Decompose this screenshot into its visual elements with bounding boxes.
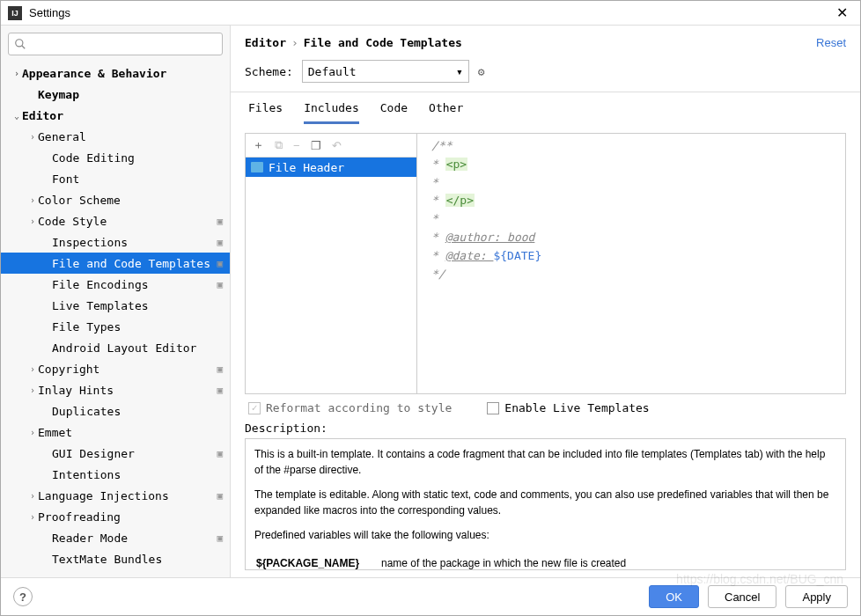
chevron-down-icon[interactable]: ⌄ [11, 111, 22, 121]
chevron-right-icon[interactable]: › [27, 385, 38, 395]
tree-item-code-style[interactable]: ›Code Style▣ [1, 210, 230, 231]
tree-item-reader-mode[interactable]: Reader Mode▣ [1, 527, 230, 548]
chevron-right-icon[interactable]: › [27, 216, 38, 226]
description-label: Description: [245, 422, 846, 435]
reset-link[interactable]: Reset [816, 36, 846, 49]
chevron-right-icon[interactable]: › [27, 132, 38, 142]
checkbox-box[interactable] [487, 402, 499, 414]
cancel-button[interactable]: Cancel [708, 585, 776, 608]
chevron-down-icon: ▾ [456, 65, 463, 78]
project-config-icon: ▣ [217, 237, 223, 248]
tree-label: GUI Designer [52, 447, 213, 460]
undo-icon[interactable]: ↶ [332, 139, 342, 152]
tree-label: Appearance & Behavior [22, 67, 223, 80]
tree-item-general[interactable]: ›General [1, 126, 230, 147]
tab-files[interactable]: Files [248, 101, 283, 124]
remove-icon[interactable]: − [293, 139, 300, 152]
tree-item-file-encodings[interactable]: File Encodings▣ [1, 274, 230, 295]
add-icon[interactable]: ＋ [253, 137, 264, 153]
tree-item-inlay-hints[interactable]: ›Inlay Hints▣ [1, 379, 230, 400]
var-name: ${PACKAGE_NAME} [256, 554, 379, 570]
tree-label: File Encodings [52, 278, 213, 291]
tree-label: Proofreading [38, 510, 223, 524]
tree-label: Reader Mode [52, 532, 213, 545]
tree-label: TextMate Bundles [52, 553, 223, 566]
project-config-icon: ▣ [217, 490, 223, 502]
tree-item-editor[interactable]: ⌄Editor [1, 105, 230, 126]
code-editor[interactable]: /** * <p> * * </p> * * @author: bood * @… [424, 134, 845, 393]
tree-label: Inspections [52, 236, 213, 249]
tree-label: Duplicates [52, 405, 223, 418]
template-list-panel: ＋ ⧉ − ❐ ↶ File Header [246, 134, 417, 393]
tree-item-font[interactable]: Font [1, 168, 230, 189]
tree-item-keymap[interactable]: Keymap [1, 84, 230, 105]
tree-item-textmate-bundles[interactable]: TextMate Bundles [1, 548, 230, 569]
description-p3: Predefined variables will take the follo… [254, 529, 489, 541]
settings-tree[interactable]: ›Appearance & BehaviorKeymap⌄Editor›Gene… [1, 62, 230, 577]
chevron-right-icon[interactable]: › [27, 491, 38, 501]
tree-label: Code Editing [52, 151, 223, 165]
chevron-right-icon: › [291, 36, 298, 49]
copy-icon[interactable]: ❐ [311, 139, 321, 152]
tree-item-gui-designer[interactable]: GUI Designer▣ [1, 443, 230, 464]
tree-item-appearance-behavior[interactable]: ›Appearance & Behavior [1, 62, 230, 84]
tree-item-inspections[interactable]: Inspections▣ [1, 231, 230, 253]
tab-other[interactable]: Other [429, 101, 463, 124]
tree-label: Font [52, 172, 223, 186]
tree-item-android-layout-editor[interactable]: Android Layout Editor [1, 337, 230, 358]
reformat-checkbox: ✓ Reformat according to style [248, 401, 452, 414]
tree-label: Editor [22, 109, 223, 122]
variables-table: ${PACKAGE_NAME}name of the package in wh… [254, 552, 836, 570]
template-toolbar: ＋ ⧉ − ❐ ↶ [246, 134, 416, 158]
tree-item-duplicates[interactable]: Duplicates [1, 400, 230, 422]
project-config-icon: ▣ [217, 532, 223, 544]
tree-label: Color Scheme [38, 194, 223, 207]
copy-template-icon[interactable]: ⧉ [275, 138, 283, 152]
project-config-icon: ▣ [217, 448, 223, 459]
close-icon[interactable]: ✕ [831, 4, 853, 21]
tree-item-code-editing[interactable]: Code Editing [1, 147, 230, 168]
chevron-right-icon[interactable]: › [27, 428, 38, 437]
tree-item-language-injections[interactable]: ›Language Injections▣ [1, 485, 230, 506]
tree-item-intentions[interactable]: Intentions [1, 464, 230, 485]
help-icon[interactable]: ? [13, 587, 33, 606]
tree-item-file-and-code-templates[interactable]: File and Code Templates▣ [1, 253, 230, 274]
content-panel: Editor › File and Code Templates Reset S… [231, 26, 860, 577]
project-config-icon: ▣ [217, 363, 223, 375]
tree-label: Keymap [38, 88, 223, 101]
breadcrumb-parent[interactable]: Editor [245, 36, 286, 49]
tree-item-file-types[interactable]: File Types [1, 316, 230, 337]
enable-live-templates-checkbox[interactable]: Enable Live Templates [487, 401, 649, 414]
titlebar: IJ Settings ✕ [1, 1, 860, 26]
chevron-right-icon[interactable]: › [11, 69, 22, 78]
gear-icon[interactable]: ⚙ [478, 65, 485, 78]
template-name: File Header [269, 161, 344, 174]
checkbox-box: ✓ [248, 402, 261, 414]
chevron-right-icon[interactable]: › [27, 195, 38, 205]
tree-item-copyright[interactable]: ›Copyright▣ [1, 358, 230, 379]
project-config-icon: ▣ [217, 258, 223, 269]
tree-label: Language Injections [38, 489, 213, 502]
sidebar: ›Appearance & BehaviorKeymap⌄Editor›Gene… [1, 26, 231, 577]
search-input[interactable] [8, 33, 223, 55]
scheme-value: Default [308, 65, 357, 78]
tree-item-live-templates[interactable]: Live Templates [1, 295, 230, 316]
tree-label: Intentions [52, 468, 223, 481]
tree-item-proofreading[interactable]: ›Proofreading [1, 506, 230, 527]
chevron-right-icon[interactable]: › [27, 512, 38, 522]
tree-label: File and Code Templates [52, 257, 213, 270]
tab-code[interactable]: Code [380, 101, 408, 124]
apply-button[interactable]: Apply [785, 585, 848, 608]
template-item[interactable]: File Header [246, 158, 416, 177]
chevron-right-icon[interactable]: › [27, 364, 38, 374]
tab-includes[interactable]: Includes [304, 101, 359, 124]
tree-label: Live Templates [52, 299, 223, 312]
project-config-icon: ▣ [217, 385, 223, 396]
tree-label: Inlay Hints [38, 384, 213, 397]
scheme-select[interactable]: Default ▾ [302, 60, 469, 83]
template-list[interactable]: File Header [246, 158, 416, 393]
ok-button[interactable]: OK [649, 585, 699, 608]
tree-item-color-scheme[interactable]: ›Color Scheme [1, 189, 230, 210]
var-desc: name of the package in which the new fil… [381, 554, 835, 570]
tree-item-emmet[interactable]: ›Emmet [1, 422, 230, 443]
